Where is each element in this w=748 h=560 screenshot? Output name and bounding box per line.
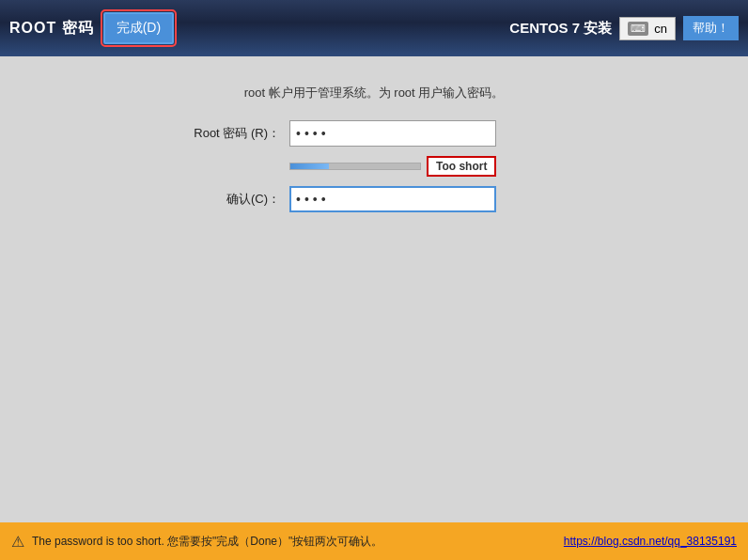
strength-label: Too short bbox=[427, 156, 496, 177]
keyboard-icon: ⌨ bbox=[628, 22, 648, 36]
confirm-password-input-wrap bbox=[289, 186, 609, 212]
header: ROOT 密码 完成(D) CENTOS 7 安装 ⌨ cn 帮助！ bbox=[0, 0, 748, 56]
header-right: CENTOS 7 安装 ⌨ cn 帮助！ bbox=[509, 16, 739, 40]
root-password-input[interactable] bbox=[289, 120, 496, 147]
footer-link: https://blog.csdn.net/qq_38135191 bbox=[564, 535, 737, 548]
warning-icon: ⚠ bbox=[11, 533, 24, 551]
confirm-password-label: 确认(C)： bbox=[139, 191, 289, 208]
footer-warning-text: ⚠ The password is too short. 您需要按"完成（Don… bbox=[11, 533, 382, 551]
help-button[interactable]: 帮助！ bbox=[683, 16, 739, 40]
language-button[interactable]: ⌨ cn bbox=[619, 17, 676, 40]
footer-warning-bar: ⚠ The password is too short. 您需要按"完成（Don… bbox=[0, 522, 748, 560]
header-left: ROOT 密码 完成(D) bbox=[9, 12, 174, 44]
strength-bar-container bbox=[289, 163, 421, 170]
root-password-input-wrap bbox=[289, 120, 609, 147]
page-title: ROOT 密码 bbox=[9, 19, 94, 39]
confirm-password-row: 确认(C)： bbox=[139, 186, 609, 212]
confirm-password-input[interactable] bbox=[289, 186, 496, 212]
done-button[interactable]: 完成(D) bbox=[103, 12, 174, 44]
root-password-row: Root 密码 (R)： bbox=[139, 120, 609, 147]
form-description: root 帐户用于管理系统。为 root 用户输入密码。 bbox=[244, 85, 505, 101]
root-password-label: Root 密码 (R)： bbox=[139, 125, 289, 142]
form-area: Root 密码 (R)： Too short 确认(C)： bbox=[139, 120, 609, 222]
main-content: root 帐户用于管理系统。为 root 用户输入密码。 Root 密码 (R)… bbox=[0, 56, 748, 522]
strength-row: Too short bbox=[289, 156, 609, 177]
warning-message: The password is too short. 您需要按"完成（Done）… bbox=[32, 534, 382, 550]
strength-bar-fill bbox=[290, 163, 329, 169]
centos-title: CENTOS 7 安装 bbox=[509, 20, 612, 38]
